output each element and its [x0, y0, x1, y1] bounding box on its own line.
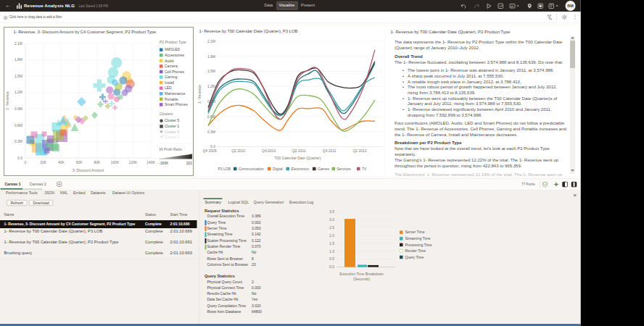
svg-text:Install: Install [165, 80, 174, 85]
svg-text:1.2M: 1.2M [15, 90, 22, 94]
svg-text:Processing Time: Processing Time [405, 243, 432, 247]
svg-text:3- Discount Amount: 3- Discount Amount [73, 168, 104, 172]
svg-text:Streaming Time: Streaming Time [405, 236, 431, 241]
svg-text:Services: Services [337, 167, 352, 171]
svg-text:1.0: 1.0 [329, 249, 334, 254]
svg-text:Camera: Camera [165, 64, 178, 68]
svg-text:1- Revenue: 1- Revenue [197, 85, 202, 104]
svg-text:3.0: 3.0 [329, 217, 334, 222]
svg-text:1.2M: 1.2M [207, 84, 215, 88]
svg-text:0.3M: 0.3M [15, 139, 22, 143]
svg-text:P3 LOB: P3 LOB [218, 167, 231, 171]
svg-text:P2 Product Type: P2 Product Type [160, 40, 186, 44]
svg-text:LED: LED [165, 85, 172, 90]
svg-text:0.0: 0.0 [329, 264, 334, 269]
svg-text:Smart Phones: Smart Phones [165, 102, 188, 106]
svg-text:Digital: Digital [273, 167, 283, 171]
svg-text:T00 Calendar Date (Quarter): T00 Calendar Date (Quarter) [275, 156, 321, 160]
svg-text:0.5: 0.5 [329, 256, 334, 261]
svg-text:Gaming: Gaming [165, 75, 178, 79]
svg-text:TV: TV [362, 167, 367, 171]
svg-text:Q2 2012: Q2 2012 [352, 149, 366, 153]
svg-text:2.1M: 2.1M [15, 41, 22, 46]
svg-text:Query Time: Query Time [405, 255, 424, 259]
svg-text:1.8M: 1.8M [207, 54, 215, 59]
svg-text:(Seconds): (Seconds) [353, 277, 370, 281]
svg-text:0.0: 0.0 [17, 156, 22, 160]
svg-text:320: 320 [186, 161, 193, 165]
svg-text:Cell Phones: Cell Phones [165, 70, 184, 74]
svg-text:2.1M: 2.1M [207, 39, 215, 43]
svg-text:0: 0 [25, 160, 27, 164]
svg-text:Cluster 5: Cluster 5 [165, 118, 179, 122]
svg-text:Q2 2011: Q2 2011 [292, 149, 306, 153]
svg-text:BM: BM [567, 4, 574, 8]
svg-text:100K: 100K [111, 160, 120, 164]
svg-text:Games: Games [318, 167, 330, 171]
svg-text:Server Time: Server Time [405, 230, 425, 234]
svg-text:0.6M: 0.6M [15, 123, 22, 128]
svg-text:Q4 2011: Q4 2011 [323, 149, 337, 153]
svg-text:1.5M: 1.5M [15, 74, 22, 78]
svg-text:60K: 60K [76, 160, 83, 164]
svg-text:Communication: Communication [239, 167, 264, 171]
svg-text:Q2 2010: Q2 2010 [231, 149, 245, 153]
svg-text:Render Time: Render Time [405, 248, 426, 253]
svg-text:1.8M: 1.8M [15, 57, 22, 62]
svg-text:AMOLED: AMOLED [165, 47, 181, 51]
svg-text:0.9M: 0.9M [15, 106, 22, 111]
svg-text:-183K: -183K [159, 161, 169, 165]
svg-text:Cluster 2: Cluster 2 [165, 135, 179, 139]
svg-text:36 Profit Ratio: 36 Profit Ratio [159, 147, 182, 151]
svg-text:1.5: 1.5 [329, 241, 334, 246]
svg-text:120K: 120K [128, 160, 137, 164]
svg-text:1.5M: 1.5M [207, 69, 215, 73]
svg-text:Cluster 1: Cluster 1 [165, 124, 179, 128]
svg-text:0.3M: 0.3M [207, 130, 215, 134]
svg-text:Q4 2009: Q4 2009 [202, 149, 216, 153]
svg-text:2.0: 2.0 [329, 233, 334, 238]
svg-text:80K: 80K [94, 160, 101, 164]
svg-text:Maintenance: Maintenance [165, 91, 186, 96]
svg-text:40K: 40K [58, 160, 65, 164]
svg-text:Accessories: Accessories [165, 53, 184, 57]
svg-text:Execution Time Breakdown: Execution Time Breakdown [339, 272, 384, 276]
svg-text:2.5: 2.5 [329, 225, 334, 230]
svg-text:3.5: 3.5 [329, 209, 334, 214]
svg-text:20K: 20K [40, 160, 47, 164]
svg-text:Portable: Portable [165, 97, 178, 101]
svg-text:140K: 140K [146, 160, 155, 164]
svg-text:Audio: Audio [165, 59, 174, 63]
svg-text:Clusters: Clusters [160, 112, 173, 116]
svg-text:Q4 2010: Q4 2010 [262, 149, 276, 153]
svg-text:1- Revenue: 1- Revenue [5, 91, 9, 110]
svg-text:Electronics: Electronics [292, 167, 310, 171]
svg-text:Cluster 3: Cluster 3 [165, 130, 179, 134]
